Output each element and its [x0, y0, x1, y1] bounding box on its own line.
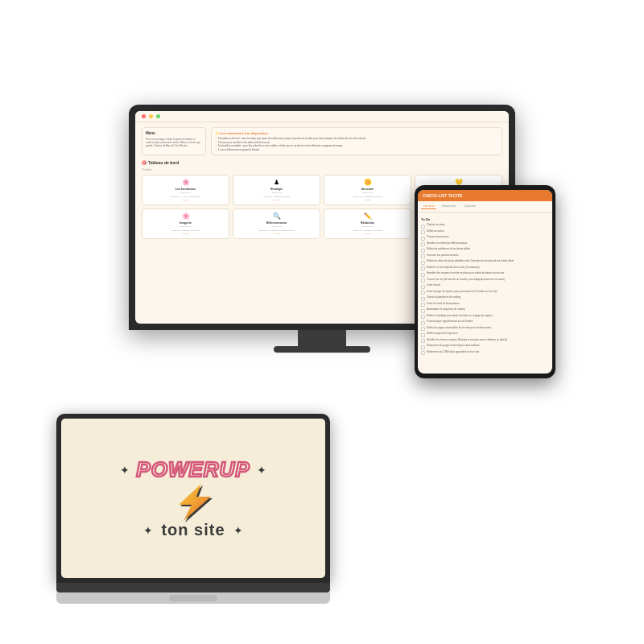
checkbox[interactable]	[421, 291, 425, 295]
checkbox[interactable]	[421, 339, 425, 343]
sidebar-text: Pour t'encourager, t'aider à passer à l'…	[146, 138, 202, 148]
monitor-base	[274, 346, 370, 353]
check-text: Créer la page de capture pour promouvoir…	[427, 291, 497, 294]
check-text: Identifier des moyens à mettre en place …	[427, 272, 504, 275]
checklist-item[interactable]: Créer ton mail de bienvenance	[421, 303, 549, 308]
screen-header	[135, 111, 509, 122]
laptop-display: ✦ POWERUP ✦	[61, 419, 325, 578]
monitor-stand	[298, 330, 346, 346]
checklist-item[interactable]: Clarifier sa vision	[421, 224, 549, 229]
checklist-item[interactable]: Définir les problèmes de ta cliente idéa…	[421, 248, 549, 253]
check-text: Identifier les choses uniques (Freebie e…	[427, 339, 507, 342]
check-text: Définir les problèmes de ta cliente idéa…	[427, 248, 470, 251]
structure-module: MODULE 03	[327, 192, 408, 194]
laptop-screen-part: ✦ POWERUP ✦	[56, 414, 330, 583]
strategie-name: Stratégie	[236, 188, 317, 191]
checkbox[interactable]	[421, 261, 425, 265]
checkbox[interactable]	[421, 279, 425, 283]
module-card-imagerie[interactable]: 🌸 Imagerie MODULE 05 Module 05 - Imagine…	[142, 208, 229, 239]
referencement-module: MODULE 06	[236, 225, 317, 228]
checklist-item[interactable]: Automatiser la séquence de mailing	[421, 308, 549, 313]
star-right-2: ✦	[233, 524, 243, 537]
checkbox[interactable]	[421, 351, 425, 355]
checklist-item[interactable]: Définir sa valeur	[421, 230, 549, 235]
checklist-item[interactable]: Créer l'arche	[421, 284, 549, 289]
resources-title: ✨ Les ressources à ta disposition	[215, 131, 498, 135]
checkbox[interactable]	[421, 321, 425, 325]
checkbox[interactable]	[421, 230, 425, 234]
checklist-item[interactable]: Définir les offres de façon détaillée se…	[421, 260, 549, 265]
checklist: Clarifier sa visionDéfinir sa valeurTrou…	[421, 224, 549, 355]
checklist-item[interactable]: Trouver ta promesse	[421, 236, 549, 241]
checklist-item[interactable]: Déterminer les pages à faire figurer dan…	[421, 345, 549, 349]
imagerie-status: 5 Vidéo	[145, 233, 226, 235]
check-text: Définir la stratégie pour attirer du tra…	[427, 315, 493, 318]
checklist-item[interactable]: Communiquer régulièrement sur ta Freebie	[421, 320, 549, 325]
structure-status: 5 Vidéo	[327, 199, 408, 201]
check-text: Définir le ou les objectifs de ton site …	[427, 266, 480, 270]
check-text: Définir les pages essentielles de ton si…	[427, 327, 491, 330]
module-card-structure[interactable]: 🌼 Structure MODULE 03 Module 03 - Constr…	[324, 175, 411, 205]
scene: Menu Pour t'encourager, t'aider à passer…	[0, 0, 644, 644]
check-text: Trouver ton ton (de bouche en bouche, pa…	[427, 279, 505, 282]
tablet-section-title: To-Do	[421, 217, 549, 221]
structure-name: Structure	[327, 188, 408, 191]
module-card-redaction[interactable]: ✏️ Rédaction MODULE 07 Module 07 - Rédig…	[324, 208, 411, 239]
maximize-dot	[156, 114, 160, 118]
checklist-item[interactable]: Identifier les choses uniques (Freebie e…	[421, 339, 549, 344]
checkbox[interactable]	[421, 225, 425, 229]
checklist-item[interactable]: Définir l'aspect du long terme	[421, 332, 549, 337]
checklist-item[interactable]: Identifier des moyens à mettre en place …	[421, 272, 549, 277]
check-text: Définir les offres de façon détaillée se…	[427, 260, 514, 263]
tablet-tabs: List view Board view Calendar	[418, 201, 552, 213]
ton-site-text: ton site	[161, 521, 225, 539]
screen-sidebar: Menu Pour t'encourager, t'aider à passer…	[142, 127, 206, 155]
checkbox[interactable]	[421, 273, 425, 277]
checklist-item[interactable]: Définir la stratégie pour attirer du tra…	[421, 315, 549, 320]
checkbox[interactable]	[421, 327, 425, 331]
checklist-item[interactable]: Trouver ton ton (de bouche en bouche, pa…	[421, 279, 549, 283]
fondations-icon: 🌸	[145, 179, 226, 186]
minimize-dot	[149, 114, 153, 118]
referencement-icon: 🔍	[236, 213, 317, 220]
check-text: Communiquer régulièrement sur ta Freebie	[427, 320, 473, 324]
laptop-base	[56, 592, 330, 604]
module-card-strategie[interactable]: ♟ Stratégie MODULE 02 Module 02 - Défini…	[233, 175, 320, 205]
tab-calendar[interactable]: Calendar	[462, 204, 478, 209]
sidebar-title: Menu	[146, 131, 202, 135]
checklist-item[interactable]: Définir les pages essentielles de ton si…	[421, 327, 549, 332]
tab-board-view[interactable]: Board view	[440, 204, 458, 209]
redaction-name: Rédaction	[327, 221, 408, 225]
check-text: Identifier les éléments différenciateurs	[427, 242, 467, 246]
checkbox[interactable]	[421, 309, 425, 313]
checklist-item[interactable]: Choisir ta plateforme de mailing	[421, 296, 549, 301]
checkbox[interactable]	[421, 345, 425, 349]
checkbox[interactable]	[421, 237, 425, 241]
lightning-container	[161, 482, 225, 522]
redaction-label: Module 07 - Rédiger ton contenu	[327, 229, 408, 232]
checkbox[interactable]	[421, 303, 425, 307]
powerup-text: POWERUP	[136, 457, 250, 482]
modules-count: 10 videos	[142, 168, 502, 171]
checkbox[interactable]	[421, 315, 425, 319]
checklist-item[interactable]: Définir le ou les objectifs de ton site …	[421, 266, 549, 271]
checkbox[interactable]	[421, 285, 425, 289]
check-text: Définir sa valeur	[427, 230, 444, 233]
checkbox[interactable]	[421, 249, 425, 253]
tab-list-view[interactable]: List view	[421, 204, 436, 209]
module-card-referencement[interactable]: 🔍 Réferencement MODULE 06 Module 06 - Tr…	[233, 208, 320, 239]
checkbox[interactable]	[421, 333, 425, 337]
module-card-fondations[interactable]: 🌸 Les fondations MODULE 01 Module 01 - C…	[142, 175, 229, 205]
checkbox[interactable]	[421, 242, 425, 246]
checklist-item[interactable]: Déterminer les CTA à faire apparaître su…	[421, 351, 549, 356]
strategie-label: Module 02 - Définir la stratégie	[236, 196, 317, 198]
checkbox[interactable]	[421, 266, 425, 270]
screen-two-col: Menu Pour t'encourager, t'aider à passer…	[142, 127, 502, 155]
checklist-item[interactable]: Créer la page de capture pour promouvoir…	[421, 291, 549, 295]
checkbox[interactable]	[421, 297, 425, 301]
checklist-item[interactable]: Identifier les éléments différenciateurs	[421, 242, 549, 247]
checkbox[interactable]	[421, 254, 425, 258]
checklist-item[interactable]: Formuler tes positionnements	[421, 254, 549, 259]
redaction-icon: ✏️	[327, 213, 408, 220]
imagerie-module: MODULE 05	[145, 225, 226, 228]
